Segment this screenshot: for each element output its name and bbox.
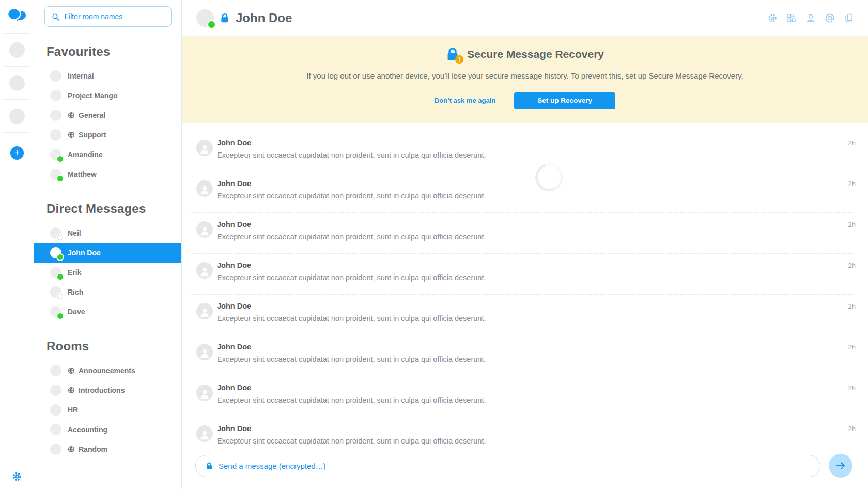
room-avatar [50,110,61,121]
sender-name: John Doe [217,139,486,147]
message-input[interactable] [219,462,810,470]
room-item-hr[interactable]: HR [34,400,181,420]
globe-icon [68,387,75,394]
add-room-button[interactable]: + [10,146,24,160]
message-row: John DoeExcepteur sint occaecat cupidata… [182,254,868,295]
room-item-introductions[interactable]: Introductions [34,380,181,400]
room-label: Neil [68,229,81,237]
room-item-support[interactable]: Support [34,125,181,145]
chat-app: + FavouritesInternalProject MangoGeneral… [0,0,868,489]
settings-gear-icon[interactable] [12,471,22,482]
room-label: Matthew [68,170,97,178]
rail-room-avatar[interactable] [9,42,25,58]
section-rooms: RoomsAnnouncementsIntroductionsHRAccount… [34,339,181,459]
room-avatar [50,70,61,82]
chat-title: John Doe [236,11,292,25]
chat-main: John Doe ! Secure Message Recovery If yo… [182,0,868,489]
rail-room-avatar[interactable] [9,109,25,124]
encrypted-lock-icon [220,12,229,24]
secure-recovery-banner: ! Secure Message Recovery If you log out… [182,36,868,123]
message-body: John DoeExcepteur sint occaecat cupidata… [217,424,486,446]
app-rail: + [0,0,34,489]
globe-icon [68,367,75,374]
arrow-right-icon [835,460,846,471]
header-icons [767,13,854,23]
message-composer [182,455,868,489]
room-item-neil[interactable]: Neil [34,223,181,243]
presence-dot-online [57,156,63,162]
sender-avatar [196,303,213,319]
sender-name: John Doe [217,179,486,188]
set-up-recovery-button[interactable]: Set up Recovery [514,92,615,109]
room-avatar [50,424,61,435]
room-filter-input[interactable] [65,12,165,21]
room-avatar [50,247,61,258]
section-direct-messages: Direct MessagesNeilJohn DoeErikRichDave [34,202,181,322]
message-text: Excepteur sint occaecat cupidatat non pr… [217,437,486,446]
room-avatar [50,169,61,180]
room-item-erik[interactable]: Erik [34,263,181,282]
room-avatar [50,404,61,416]
message-row: John DoeExcepteur sint occaecat cupidata… [182,172,868,213]
room-label: Announcements [79,366,135,375]
room-avatar [50,365,61,376]
room-item-accounting[interactable]: Accounting [34,420,181,439]
message-text: Excepteur sint occaecat cupidatat non pr… [217,273,486,282]
room-label: Rich [68,288,83,296]
room-avatar [50,129,61,141]
presence-dot-online [57,254,63,260]
room-label: Internal [68,72,94,80]
room-item-project-mango[interactable]: Project Mango [34,86,181,105]
message-list: John DoeExcepteur sint occaecat cupidata… [182,123,868,455]
sidebar-sections: FavouritesInternalProject MangoGeneralSu… [34,44,181,459]
room-list: AnnouncementsIntroductionsHRAccountingRa… [34,361,181,459]
chat-header-avatar[interactable] [196,9,214,27]
sender-avatar [196,221,213,238]
room-item-internal[interactable]: Internal [34,66,181,86]
room-item-rich[interactable]: Rich [34,282,181,302]
room-item-dave[interactable]: Dave [34,302,181,322]
room-avatar [50,385,61,396]
lock-warning-icon: ! [446,46,459,63]
warning-badge: ! [455,55,463,64]
search-icon [51,12,60,21]
message-timestamp: 2h [848,220,856,229]
integrations-icon[interactable] [786,13,797,23]
mentions-icon[interactable] [825,13,835,23]
invite-user-icon[interactable] [805,13,816,23]
files-icon[interactable] [844,13,854,23]
room-item-john-doe[interactable]: John Doe [34,243,181,263]
message-row: John DoeExcepteur sint occaecat cupidata… [182,295,868,335]
sender-avatar [196,344,213,360]
room-item-matthew[interactable]: Matthew [34,164,181,184]
room-avatar [50,267,61,278]
app-logo-icon[interactable] [7,7,27,25]
presence-dot-offline [57,294,63,299]
room-item-announcements[interactable]: Announcements [34,361,181,380]
send-button[interactable] [829,454,853,478]
rail-room-avatar[interactable] [9,75,25,91]
section-title: Rooms [47,339,181,354]
sender-avatar [196,262,213,279]
sender-name: John Doe [217,302,486,311]
room-label: Accounting [68,425,107,434]
sender-name: John Doe [217,384,486,392]
room-list-sidebar: FavouritesInternalProject MangoGeneralSu… [34,0,182,489]
message-timestamp: 2h [848,261,856,270]
message-body: John DoeExcepteur sint occaecat cupidata… [217,139,486,160]
room-item-amandine[interactable]: Amandine [34,145,181,164]
dont-ask-again-link[interactable]: Don’t ask me again [435,97,495,104]
room-item-random[interactable]: Random [34,439,181,459]
globe-icon [68,112,75,119]
message-body: John DoeExcepteur sint occaecat cupidata… [217,384,486,405]
rail-divider [4,66,30,67]
room-item-general[interactable]: General [34,105,181,125]
presence-dot-online [57,313,63,319]
settings-icon[interactable] [767,13,778,23]
room-avatar [50,444,61,455]
room-avatar [50,286,61,298]
message-row: John DoeExcepteur sint occaecat cupidata… [182,213,868,254]
message-text: Excepteur sint occaecat cupidatat non pr… [217,355,486,364]
section-title: Favourites [47,44,181,59]
sender-name: John Doe [217,261,486,270]
